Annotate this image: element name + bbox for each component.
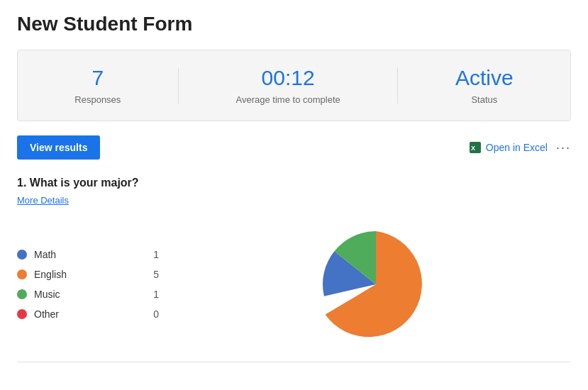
svg-text:X: X	[471, 145, 475, 152]
responses-value: 7	[74, 66, 121, 90]
legend-label: English	[34, 269, 138, 280]
question-text: What is your major?	[30, 177, 139, 189]
responses-label: Responses	[74, 94, 121, 105]
legend-item: Math1	[17, 249, 159, 260]
legend-dot	[17, 250, 27, 260]
legend-count: 1	[145, 249, 159, 260]
more-options-button[interactable]: ···	[556, 140, 571, 155]
legend-item: English5	[17, 269, 159, 280]
stat-divider-2	[397, 68, 398, 104]
open-excel-label: Open in Excel	[486, 142, 548, 153]
legend-label: Math	[34, 249, 138, 260]
excel-icon: X	[469, 141, 482, 154]
more-details-link[interactable]: More Details	[17, 195, 69, 206]
question-section: 1. What is your major? More Details Math…	[17, 177, 571, 345]
legend-count: 0	[145, 308, 159, 320]
avg-time-value: 00:12	[236, 66, 340, 90]
stat-divider-1	[178, 68, 179, 104]
stat-responses: 7 Responses	[74, 66, 121, 105]
legend-dot	[17, 289, 27, 299]
page-container: New Student Form 7 Responses 00:12 Avera…	[0, 0, 588, 375]
open-excel-button[interactable]: X Open in Excel	[469, 141, 548, 154]
toolbar: View results X Open in Excel ···	[17, 135, 571, 160]
bottom-divider	[17, 362, 571, 362]
question-number: 1.	[17, 177, 26, 189]
stat-status: Active Status	[455, 66, 514, 105]
chart-area: Math1English5Music1Other0	[17, 224, 571, 345]
view-results-button[interactable]: View results	[17, 135, 100, 160]
status-value: Active	[455, 66, 514, 90]
legend-dot	[17, 269, 27, 279]
legend-dot	[17, 309, 27, 319]
stat-avg-time: 00:12 Average time to complete	[236, 66, 340, 105]
legend-item: Music1	[17, 289, 159, 300]
pie-chart	[316, 224, 436, 345]
status-label: Status	[455, 94, 514, 105]
page-title: New Student Form	[17, 13, 571, 35]
pie-chart-container	[180, 224, 571, 345]
legend: Math1English5Music1Other0	[17, 249, 159, 320]
legend-label: Other	[34, 308, 138, 320]
question-title: 1. What is your major?	[17, 177, 571, 189]
legend-item: Other0	[17, 308, 159, 320]
toolbar-right: X Open in Excel ···	[469, 140, 571, 155]
legend-count: 1	[145, 289, 159, 300]
legend-label: Music	[34, 289, 138, 300]
stats-bar: 7 Responses 00:12 Average time to comple…	[17, 50, 571, 121]
legend-count: 5	[145, 269, 159, 280]
avg-time-label: Average time to complete	[236, 94, 340, 105]
